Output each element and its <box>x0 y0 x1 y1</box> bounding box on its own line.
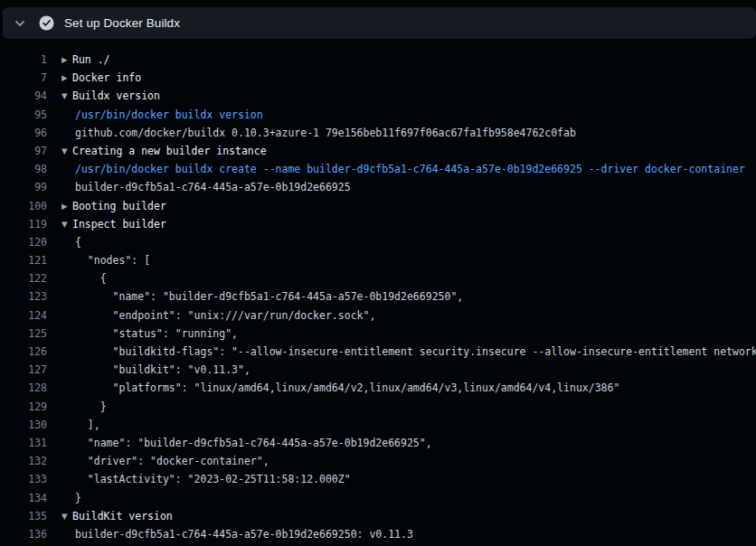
line-text: /usr/bin/docker buildx version <box>75 106 263 124</box>
line-number[interactable]: 98 <box>0 160 47 178</box>
log-group-header[interactable]: 1 ▶ Run ./ <box>0 51 756 69</box>
log-line: 123 "name": "builder-d9cfb5a1-c764-445a-… <box>0 287 756 306</box>
log-line: 99 builder-d9cfb5a1-c764-445a-a57e-0b19d… <box>0 178 756 196</box>
line-text: Docker info <box>72 69 141 87</box>
group-collapsed-triangle-icon[interactable]: ▶ <box>61 197 72 215</box>
log-line: 129 } <box>0 398 756 416</box>
log-group-header[interactable]: 119 ▼ Inspect builder <box>0 215 756 233</box>
log-line: 95 /usr/bin/docker buildx version <box>0 106 756 124</box>
line-number[interactable]: 128 <box>0 379 47 397</box>
group-expanded-triangle-icon[interactable]: ▼ <box>61 142 72 160</box>
line-number[interactable]: 132 <box>0 452 47 470</box>
line-number[interactable]: 130 <box>0 416 47 434</box>
line-number[interactable]: 131 <box>0 434 47 452</box>
line-text: "platforms": "linux/amd64,linux/amd64/v2… <box>75 379 619 397</box>
line-number[interactable]: 127 <box>0 361 47 379</box>
log-line: 127 "buildkit": "v0.11.3", <box>0 361 756 379</box>
line-text: } <box>75 489 81 507</box>
log-line: 136 builder-d9cfb5a1-c764-445a-a57e-0b19… <box>0 525 756 543</box>
line-text: Buildx version <box>72 87 160 105</box>
line-text: BuildKit version <box>72 507 173 525</box>
step-title: Set up Docker Buildx <box>64 16 180 30</box>
line-number[interactable]: 124 <box>0 306 47 325</box>
line-number[interactable]: 122 <box>0 269 47 287</box>
line-text: "nodes": [ <box>75 251 150 269</box>
log-line: 121 "nodes": [ <box>0 251 756 269</box>
line-number[interactable]: 125 <box>0 325 47 343</box>
chevron-down-icon[interactable] <box>14 17 26 30</box>
line-number[interactable]: 135 <box>0 507 47 525</box>
log-line: 132 "driver": "docker-container", <box>0 452 756 470</box>
line-text: "lastActivity": "2023-02-25T11:58:12.000… <box>75 470 351 488</box>
line-text: builder-d9cfb5a1-c764-445a-a57e-0b19d2e6… <box>75 178 351 196</box>
log-line: 96 github.com/docker/buildx 0.10.3+azure… <box>0 124 756 142</box>
line-number[interactable]: 133 <box>0 470 47 488</box>
log-line: 131 "name": "builder-d9cfb5a1-c764-445a-… <box>0 434 756 452</box>
log-group-header[interactable]: 97 ▼ Creating a new builder instance <box>0 142 756 160</box>
line-number[interactable]: 100 <box>0 197 47 215</box>
log-line: 133 "lastActivity": "2023-02-25T11:58:12… <box>0 470 756 488</box>
group-expanded-triangle-icon[interactable]: ▼ <box>61 507 72 525</box>
log-line: 134 } <box>0 489 756 507</box>
log-line: 98 /usr/bin/docker buildx create --name … <box>0 160 756 178</box>
group-expanded-triangle-icon[interactable]: ▼ <box>61 87 72 105</box>
line-number[interactable]: 95 <box>0 106 47 124</box>
log-line: 124 "endpoint": "unix:///var/run/docker.… <box>0 306 756 325</box>
line-text: "endpoint": "unix:///var/run/docker.sock… <box>75 306 375 325</box>
line-text: "buildkit": "v0.11.3", <box>75 361 250 379</box>
line-text: Creating a new builder instance <box>72 142 267 160</box>
line-number[interactable]: 1 <box>0 51 47 69</box>
line-text: Inspect builder <box>72 215 166 233</box>
line-number[interactable]: 134 <box>0 489 47 507</box>
line-text: "driver": "docker-container", <box>75 452 269 470</box>
line-text: Run ./ <box>72 51 110 69</box>
line-text: "name": "builder-d9cfb5a1-c764-445a-a57e… <box>75 287 463 306</box>
log-line: 122 { <box>0 269 756 287</box>
log-group-header[interactable]: 94 ▼ Buildx version <box>0 87 756 105</box>
line-text: github.com/docker/buildx 0.10.3+azure-1 … <box>75 124 576 142</box>
line-text: /usr/bin/docker buildx create --name bui… <box>75 160 745 178</box>
log-group-header[interactable]: 100 ▶ Booting builder <box>0 197 756 215</box>
group-expanded-triangle-icon[interactable]: ▼ <box>61 215 72 233</box>
log-group-header[interactable]: 135 ▼ BuildKit version <box>0 507 756 525</box>
check-circle-icon <box>39 15 54 31</box>
line-text: ], <box>75 416 100 434</box>
line-number[interactable]: 123 <box>0 287 47 306</box>
line-number[interactable]: 120 <box>0 233 47 251</box>
log-line: 120 { <box>0 233 756 251</box>
log-line: 125 "status": "running", <box>0 325 756 343</box>
line-number[interactable]: 126 <box>0 343 47 361</box>
line-text: { <box>75 269 107 287</box>
line-text: builder-d9cfb5a1-c764-445a-a57e-0b19d2e6… <box>75 525 413 543</box>
group-collapsed-triangle-icon[interactable]: ▶ <box>61 69 72 87</box>
line-number[interactable]: 129 <box>0 398 47 416</box>
group-collapsed-triangle-icon[interactable]: ▶ <box>61 51 72 69</box>
line-text: "buildkitd-flags": "--allow-insecure-ent… <box>75 343 756 361</box>
line-number[interactable]: 121 <box>0 251 47 269</box>
line-number[interactable]: 119 <box>0 215 47 233</box>
line-number[interactable]: 7 <box>0 69 47 87</box>
line-text: } <box>75 398 107 416</box>
step-header[interactable]: Set up Docker Buildx <box>3 7 756 39</box>
log-lines: 1 ▶ Run ./ 7 ▶ Docker info 94 ▼ Buildx v… <box>0 51 756 546</box>
line-number[interactable]: 97 <box>0 142 47 160</box>
line-number[interactable]: 94 <box>0 87 47 105</box>
log-line: 130 ], <box>0 416 756 434</box>
line-text: "status": "running", <box>75 325 238 343</box>
line-number[interactable]: 96 <box>0 124 47 142</box>
line-number[interactable]: 99 <box>0 178 47 196</box>
log-line: 126 "buildkitd-flags": "--allow-insecure… <box>0 343 756 361</box>
line-text: Booting builder <box>72 197 166 215</box>
log-line: 128 "platforms": "linux/amd64,linux/amd6… <box>0 379 756 397</box>
line-text: "name": "builder-d9cfb5a1-c764-445a-a57e… <box>75 434 432 452</box>
log-group-header[interactable]: 7 ▶ Docker info <box>0 69 756 87</box>
line-text: { <box>75 233 81 251</box>
line-number[interactable]: 136 <box>0 525 47 543</box>
